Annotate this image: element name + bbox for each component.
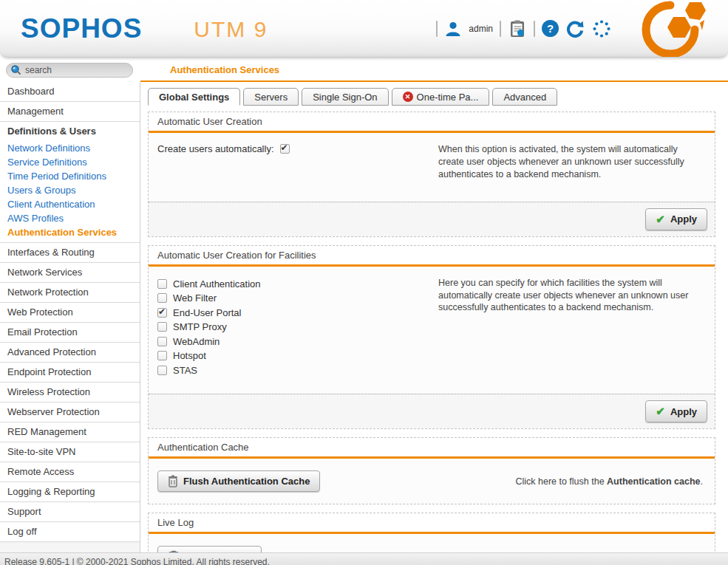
sidebar-item-dashboard[interactable]: Dashboard [0, 82, 140, 102]
section-help-text: When this option is activated, the syste… [438, 143, 706, 181]
product-name: UTM 9 [194, 17, 268, 42]
sidebar-item-service-definitions[interactable]: Service Definitions [0, 155, 140, 169]
notes-clipboard-icon[interactable] [508, 19, 527, 38]
facility-label: SMTP Proxy [173, 321, 227, 332]
tab-bar: Global Settings Servers Single Sign-On ✕… [148, 88, 715, 106]
apply-button[interactable]: ✔ Apply [645, 400, 707, 422]
refresh-icon[interactable] [565, 19, 585, 38]
facility-label: End-User Portal [173, 307, 241, 318]
sidebar-item-logging-reporting[interactable]: Logging & Reporting [0, 482, 140, 502]
app-header: SOPHOS UTM 9 admin [0, 0, 728, 58]
separator [436, 21, 438, 37]
sidebar-item-site-to-site-vpn[interactable]: Site-to-site VPN [0, 442, 140, 462]
section-authentication-cache: Authentication Cache Flush Authenticatio… [148, 437, 715, 504]
facility-label: STAS [173, 365, 197, 376]
page: SOPHOS UTM 9 admin [0, 0, 728, 565]
breadcrumb: Authentication Services [140, 64, 279, 75]
section-title: Live Log [149, 513, 715, 534]
header-toolbar: admin ? [436, 1, 718, 57]
search-input[interactable]: search [6, 63, 133, 78]
tab-label: Global Settings [159, 92, 229, 103]
help-suffix: . [701, 476, 703, 487]
search-area: search [0, 63, 140, 78]
sidebar-item-advanced-protection[interactable]: Advanced Protection [0, 343, 140, 363]
footer-bar: Release 9.605-1 | © 2000-2021 Sophos Lim… [0, 552, 728, 565]
facility-label: Hotspot [173, 350, 206, 361]
tab-one-time-password[interactable]: ✕ One-time Pa... [392, 88, 490, 106]
tab-label: Servers [254, 92, 288, 103]
sidebar-item-network-services[interactable]: Network Services [0, 263, 140, 283]
sidebar-section-definitions-users[interactable]: Definitions & Users [0, 122, 140, 141]
breadcrumb-rule [140, 81, 728, 82]
facility-client-authentication-checkbox[interactable] [157, 279, 167, 289]
sidebar-item-email-protection[interactable]: Email Protection [0, 323, 140, 343]
button-label: Flush Authentication Cache [183, 476, 310, 487]
footer-text: Release 9.605-1 | © 2000-2021 Sophos Lim… [0, 557, 728, 565]
disabled-status-icon: ✕ [403, 92, 413, 102]
sidebar-item-client-authentication[interactable]: Client Authentication [0, 197, 140, 211]
apply-check-icon: ✔ [656, 405, 665, 418]
apply-check-icon: ✔ [656, 213, 665, 226]
sidebar-subgroup: Network Definitions Service Definitions … [0, 141, 140, 243]
facility-smtp-proxy-checkbox[interactable] [157, 322, 167, 332]
sidebar-item-network-definitions[interactable]: Network Definitions [0, 141, 140, 155]
sidebar-item-support[interactable]: Support [0, 502, 140, 522]
tab-servers[interactable]: Servers [243, 88, 299, 106]
user-icon [444, 20, 462, 38]
section-title: Authentication Cache [149, 438, 715, 459]
section-title: Automatic User Creation [149, 112, 715, 133]
sidebar-item-wireless-protection[interactable]: Wireless Protection [0, 383, 140, 403]
sidebar-item-time-period-definitions[interactable]: Time Period Definitions [0, 169, 140, 183]
sidebar-item-management[interactable]: Management [0, 102, 140, 122]
section-title: Automatic User Creation for Facilities [149, 246, 715, 267]
tab-label: Single Sign-On [313, 92, 377, 103]
section-automatic-user-creation: Automatic User Creation Create users aut… [148, 112, 715, 237]
flush-authentication-cache-button[interactable]: Flush Authentication Cache [157, 470, 320, 492]
loading-spinner-icon [591, 18, 612, 39]
sidebar-item-webserver-protection[interactable]: Webserver Protection [0, 403, 140, 422]
facility-end-user-portal-checkbox[interactable] [157, 308, 167, 318]
sidebar-item-aws-profiles[interactable]: AWS Profiles [0, 211, 140, 225]
create-users-checkbox[interactable] [280, 144, 290, 154]
utm-shield-logo-icon [623, 1, 718, 57]
help-prefix: Click here to flush the [515, 476, 607, 487]
help-bold: Authentication cache [607, 476, 700, 487]
facility-label: Web Filter [173, 292, 217, 304]
apply-label: Apply [670, 213, 697, 225]
sidebar-item-log-off[interactable]: Log off [0, 522, 140, 542]
trash-icon [168, 475, 178, 487]
topbar: search Authentication Services [0, 58, 728, 82]
cache-help-text: Click here to flush the Authentication c… [515, 476, 706, 487]
apply-button[interactable]: ✔ Apply [645, 208, 707, 230]
main-layout: Dashboard Management Definitions & Users… [0, 82, 728, 552]
sidebar-nav: Dashboard Management Definitions & Users… [0, 82, 140, 552]
sidebar-item-remote-access[interactable]: Remote Access [0, 462, 140, 482]
separator [500, 21, 501, 37]
tab-single-sign-on[interactable]: Single Sign-On [302, 88, 388, 106]
sidebar-item-authentication-services[interactable]: Authentication Services [0, 225, 140, 239]
sidebar-item-web-protection[interactable]: Web Protection [0, 303, 140, 323]
facility-hotspot-checkbox[interactable] [157, 351, 167, 360]
facility-label: Client Authentication [173, 278, 261, 290]
search-placeholder: search [25, 65, 52, 75]
tab-label: One-time Pa... [417, 92, 479, 103]
sophos-logo: SOPHOS [21, 13, 142, 44]
sidebar-item-endpoint-protection[interactable]: Endpoint Protection [0, 363, 140, 383]
logged-in-user: admin [469, 24, 493, 34]
sidebar-item-users-groups[interactable]: Users & Groups [0, 183, 140, 197]
facility-label: WebAdmin [173, 336, 220, 347]
sidebar-item-interfaces-routing[interactable]: Interfaces & Routing [0, 243, 140, 263]
help-icon[interactable]: ? [542, 20, 559, 37]
apply-label: Apply [670, 406, 697, 417]
tab-global-settings[interactable]: Global Settings [148, 88, 240, 106]
content-area: Global Settings Servers Single Sign-On ✕… [140, 82, 728, 552]
separator [534, 21, 535, 37]
section-facilities: Automatic User Creation for Facilities C… [148, 245, 715, 430]
sidebar-item-network-protection[interactable]: Network Protection [0, 283, 140, 303]
tab-label: Advanced [503, 92, 546, 103]
facility-stas-checkbox[interactable] [157, 366, 167, 375]
facility-web-filter-checkbox[interactable] [157, 293, 167, 303]
facility-webadmin-checkbox[interactable] [157, 337, 167, 346]
sidebar-item-red-management[interactable]: RED Management [0, 422, 140, 442]
tab-advanced[interactable]: Advanced [492, 88, 557, 106]
